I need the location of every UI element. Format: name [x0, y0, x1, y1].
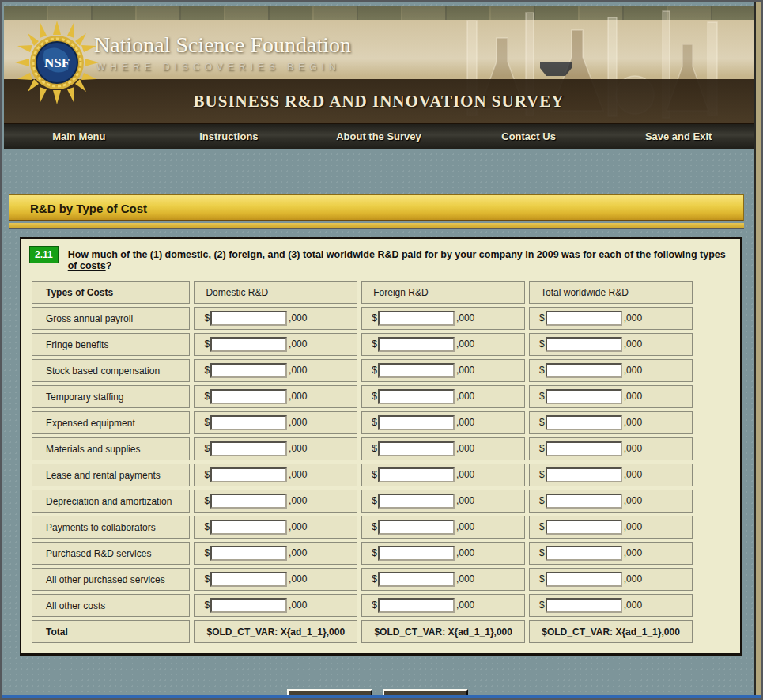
- domestic-amount-input-row11[interactable]: [210, 572, 287, 587]
- domestic-amount-input-row5[interactable]: [210, 415, 287, 430]
- foreign-amount-input-row7[interactable]: [378, 467, 455, 482]
- nav-contact-us[interactable]: Contact Us: [454, 124, 604, 149]
- dollar-prefix: $: [204, 521, 210, 532]
- foreign-amount-input-row10[interactable]: [378, 546, 455, 561]
- foreign-amount-input-row11[interactable]: [378, 572, 455, 587]
- row-label: Purchased R&D services: [32, 542, 190, 565]
- domestic-amount-input-row3[interactable]: [210, 363, 287, 378]
- dollar-prefix: $: [372, 417, 377, 428]
- domestic-amount-input-row9[interactable]: [210, 520, 287, 535]
- worldwide-amount-input-row1[interactable]: [546, 311, 622, 326]
- nav-main-menu[interactable]: Main Menu: [4, 124, 154, 149]
- worldwide-amount-input-row2[interactable]: [546, 337, 622, 352]
- domestic-amount-input-row10[interactable]: [210, 546, 287, 561]
- domestic-amount-input-row7[interactable]: [210, 467, 287, 482]
- worldwide-amount-input-row7[interactable]: [546, 467, 622, 482]
- foreign-value-cell: $,000: [361, 464, 525, 486]
- domestic-value-cell: $,000: [194, 385, 357, 408]
- nav-instructions[interactable]: Instructions: [154, 124, 304, 149]
- table-row: Temporary staffing$,000$,000$,000: [32, 385, 693, 408]
- dollar-prefix: $: [372, 391, 377, 402]
- bottom-button-row: Next Previous: [2, 689, 752, 700]
- dollar-prefix: $: [539, 417, 545, 428]
- worldwide-value-cell: $,000: [529, 437, 693, 460]
- question-text-after: ?: [106, 260, 112, 271]
- worldwide-amount-input-row8[interactable]: [546, 494, 622, 509]
- dollar-prefix: $: [372, 600, 377, 611]
- thousands-suffix: ,000: [456, 391, 474, 402]
- worldwide-value-cell: $,000: [529, 464, 693, 486]
- row-label: Depreciation and amortization: [32, 490, 190, 513]
- question-text: How much of the (1) domestic, (2) foreig…: [68, 246, 734, 271]
- foreign-amount-input-row12[interactable]: [378, 598, 455, 613]
- domestic-amount-input-row8[interactable]: [210, 494, 287, 509]
- nav-save-and-exit[interactable]: Save and Exit: [603, 124, 754, 149]
- dollar-prefix: $: [204, 469, 210, 480]
- dollar-prefix: $: [372, 521, 377, 532]
- domestic-amount-input-row6[interactable]: [210, 441, 287, 456]
- thousands-suffix: ,000: [456, 417, 474, 428]
- dollar-prefix: $: [372, 312, 377, 324]
- dollar-prefix: $: [539, 443, 545, 454]
- worldwide-amount-input-row12[interactable]: [546, 598, 622, 613]
- dollar-prefix: $: [204, 573, 210, 585]
- domestic-amount-input-row12[interactable]: [210, 598, 287, 613]
- worldwide-amount-input-row11[interactable]: [546, 572, 622, 587]
- domestic-value-cell: $,000: [194, 307, 357, 330]
- domestic-amount-input-row2[interactable]: [210, 337, 287, 352]
- previous-button[interactable]: Previous: [383, 689, 468, 700]
- worldwide-amount-input-row10[interactable]: [546, 546, 622, 561]
- foreign-value-cell: $,000: [361, 385, 525, 408]
- worldwide-amount-input-row3[interactable]: [546, 363, 622, 378]
- thousands-suffix: ,000: [289, 521, 307, 532]
- thousands-suffix: ,000: [289, 573, 307, 585]
- dollar-prefix: $: [539, 469, 545, 480]
- worldwide-value-cell: $,000: [529, 333, 693, 356]
- worldwide-value-cell: $,000: [529, 411, 693, 434]
- dollar-prefix: $: [204, 312, 210, 324]
- col-header-domestic: Domestic R&D: [194, 281, 357, 304]
- table-row: All other purchased services$,000$,000$,…: [32, 568, 693, 591]
- worldwide-value-cell: $,000: [529, 359, 693, 382]
- domestic-value-cell: $,000: [194, 490, 357, 513]
- foreign-amount-input-row8[interactable]: [378, 494, 455, 509]
- thousands-suffix: ,000: [624, 417, 642, 428]
- foreign-amount-input-row5[interactable]: [378, 415, 455, 430]
- foreign-amount-input-row3[interactable]: [378, 363, 455, 378]
- org-tagline: WHERE DISCOVERIES BEGIN: [96, 62, 341, 73]
- domestic-amount-input-row1[interactable]: [210, 311, 287, 326]
- foreign-value-cell: $,000: [361, 516, 525, 539]
- next-button[interactable]: Next: [287, 689, 372, 700]
- foreign-amount-input-row6[interactable]: [378, 441, 455, 456]
- thousands-suffix: ,000: [289, 547, 307, 558]
- thousands-suffix: ,000: [624, 573, 642, 585]
- foreign-value-cell: $,000: [361, 490, 525, 513]
- total-label: Total: [32, 620, 190, 643]
- dollar-prefix: $: [372, 469, 377, 480]
- thousands-suffix: ,000: [624, 312, 642, 324]
- survey-page: NSF National Science Foundation WHERE DI…: [0, 0, 763, 700]
- table-row: Purchased R&D services$,000$,000$,000: [32, 542, 693, 565]
- worldwide-value-cell: $,000: [529, 568, 693, 591]
- foreign-amount-input-row2[interactable]: [378, 337, 455, 352]
- foreign-amount-input-row9[interactable]: [378, 520, 455, 535]
- worldwide-amount-input-row9[interactable]: [546, 520, 622, 535]
- question-panel: 2.11 How much of the (1) domestic, (2) f…: [20, 237, 742, 656]
- worldwide-amount-input-row6[interactable]: [546, 441, 622, 456]
- svg-text:NSF: NSF: [44, 55, 70, 70]
- nav-about-survey[interactable]: About the Survey: [304, 124, 454, 149]
- foreign-amount-input-row4[interactable]: [378, 389, 455, 404]
- thousands-suffix: ,000: [289, 339, 307, 350]
- worldwide-amount-input-row4[interactable]: [546, 389, 622, 404]
- row-label: Lease and rental payments: [32, 464, 190, 486]
- thousands-suffix: ,000: [289, 495, 307, 506]
- scrollbar-strip[interactable]: [754, 2, 761, 698]
- col-header-types-of-costs: Types of Costs: [32, 281, 190, 304]
- survey-title: BUSINESS R&D AND INNOVATION SURVEY: [4, 92, 754, 112]
- dollar-prefix: $: [372, 547, 377, 558]
- domestic-amount-input-row4[interactable]: [210, 389, 287, 404]
- worldwide-amount-input-row5[interactable]: [546, 415, 622, 430]
- domestic-value-cell: $,000: [194, 568, 357, 591]
- dollar-prefix: $: [204, 391, 210, 402]
- foreign-amount-input-row1[interactable]: [378, 311, 455, 326]
